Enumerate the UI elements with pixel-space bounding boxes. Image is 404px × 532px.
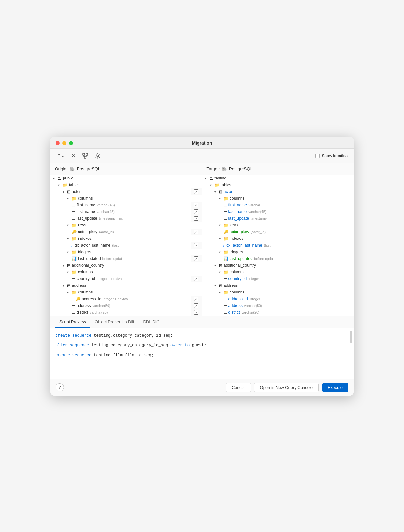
item-meta: timestamp = nc — [99, 217, 123, 220]
item-meta: integer — [248, 277, 259, 281]
row-checkbox[interactable] — [194, 297, 198, 301]
item-label: idx_actor_last_name — [74, 243, 110, 247]
show-identical-checkbox[interactable] — [315, 154, 320, 158]
list-item: 📊 last_updated before updat — [202, 255, 354, 262]
chevron-icon[interactable]: ▾ — [67, 250, 71, 254]
scrollbar-indicator — [350, 331, 352, 343]
list-item: i idx_actor_last_name (last — [202, 242, 354, 249]
tab-ddl-diff[interactable]: DDL Diff — [138, 316, 163, 328]
table-icon: ⊞ — [67, 189, 71, 194]
chevron-icon[interactable]: ▾ — [63, 190, 67, 194]
row-checkbox[interactable] — [194, 277, 198, 281]
item-meta: varchar(20) — [90, 310, 108, 314]
list-item: ▭ first_name varchar(45) — [50, 202, 202, 209]
column-icon: ▭ — [71, 203, 75, 208]
chevron-icon[interactable]: ▾ — [214, 190, 219, 194]
chevron-icon[interactable]: ▾ — [210, 183, 214, 187]
settings-button[interactable] — [94, 152, 102, 160]
chevron-icon[interactable]: ▾ — [214, 264, 219, 267]
item-label: first_name — [228, 203, 247, 207]
index-icon: i — [71, 243, 72, 248]
list-item: ▭ last_update timestamp — [202, 215, 354, 222]
tree-row: ▭ address varchar(50) — [50, 302, 191, 309]
close-button-toolbar[interactable]: ✕ — [70, 151, 77, 160]
list-item: ▾ 📁 indexes — [202, 235, 354, 242]
item-label: first_name — [77, 203, 95, 207]
target-db-type: PostgreSQL — [229, 166, 253, 171]
open-query-button[interactable]: Open in New Query Console — [254, 383, 319, 392]
chevron-icon[interactable]: ▾ — [205, 177, 209, 180]
chevron-icon[interactable]: ▾ — [67, 237, 71, 240]
chevron-icon[interactable]: ▾ — [219, 197, 223, 200]
chevron-icon[interactable]: ▾ — [219, 237, 223, 240]
chevron-icon[interactable]: ▾ — [63, 264, 67, 267]
chevron-icon[interactable]: ▾ — [219, 224, 223, 227]
table-icon: ⊞ — [219, 283, 222, 288]
chevron-icon[interactable]: ▾ — [219, 270, 223, 274]
chevron-icon[interactable]: ▾ — [214, 284, 219, 287]
item-label: testing — [215, 176, 227, 180]
script-line-2: alter sequence testing.category_category… — [56, 342, 348, 349]
chevron-icon[interactable]: ▾ — [67, 224, 71, 227]
maximize-button[interactable] — [69, 141, 73, 145]
chevron-icon[interactable]: ▾ — [58, 183, 63, 187]
list-item: ▾ ⊞ address — [202, 282, 354, 289]
row-checkbox[interactable] — [194, 256, 198, 261]
schema-button[interactable] — [81, 151, 90, 160]
target-label: Target: — [207, 166, 220, 171]
chevron-icon[interactable]: ▾ — [67, 270, 71, 274]
migration-window: Migration ⌃⌄ ✕ — [50, 137, 354, 396]
chevron-icon[interactable]: ▾ — [219, 250, 223, 254]
table-icon: ⊞ — [67, 283, 71, 288]
chevron-icon[interactable]: ▾ — [67, 197, 71, 200]
item-meta: (actor_id) — [99, 230, 114, 234]
origin-db-type: PostgreSQL — [77, 166, 101, 171]
row-checkbox[interactable] — [194, 310, 198, 315]
item-label: country_id — [77, 277, 95, 281]
item-label: tables — [221, 183, 231, 187]
row-checkbox[interactable] — [194, 216, 198, 221]
row-checkbox[interactable] — [194, 230, 198, 234]
folder-icon: 📁 — [223, 196, 228, 201]
list-item: ▭ last_name varchar(45) — [202, 209, 354, 215]
checkbox-col — [191, 202, 202, 209]
tree-row: ▭ district varchar(20) — [50, 309, 191, 316]
script-content[interactable]: create sequence testing.category_categor… — [50, 328, 354, 379]
minimize-button[interactable] — [62, 141, 66, 145]
list-item: ▾ 📁 keys — [202, 222, 354, 229]
list-item: ▾ 📁 tables — [202, 182, 354, 188]
list-item: ▾ 📁 tables — [50, 182, 202, 188]
chevron-icon[interactable]: ▾ — [63, 284, 67, 287]
origin-db-icon: 🐘 — [70, 166, 75, 171]
collapse-expand-button[interactable]: ⌃⌄ — [56, 151, 66, 160]
column-icon: ▭ — [223, 203, 227, 208]
trigger-icon: 📊 — [223, 256, 228, 261]
folder-icon: 📁 — [71, 250, 77, 255]
cancel-button[interactable]: Cancel — [226, 383, 251, 392]
close-button[interactable] — [56, 141, 60, 145]
item-meta: before updat — [102, 257, 122, 261]
checkbox-col — [191, 209, 202, 215]
key-icon: 🔑 — [223, 230, 228, 234]
chevron-icon[interactable]: ▾ — [219, 291, 223, 294]
chevron-icon[interactable]: ▾ — [53, 177, 57, 180]
checkbox-col — [191, 276, 202, 282]
folder-icon: 📁 — [223, 223, 228, 228]
execute-button[interactable]: Execute — [322, 383, 348, 392]
footer: ? Cancel Open in New Query Console Execu… — [50, 379, 354, 396]
item-label: columns — [230, 196, 245, 201]
row-checkbox[interactable] — [194, 203, 198, 207]
tree-row: 🔑 actor_pkey (actor_id) — [50, 229, 191, 235]
row-checkbox[interactable] — [194, 209, 198, 214]
row-checkbox[interactable] — [194, 243, 198, 247]
table-icon: ⊞ — [67, 263, 71, 268]
tab-script-preview[interactable]: Script Preview — [55, 316, 90, 328]
show-identical-toggle[interactable]: Show identical — [315, 153, 348, 158]
row-checkbox[interactable] — [194, 303, 198, 308]
help-button[interactable]: ? — [56, 383, 64, 391]
chevron-icon[interactable]: ▾ — [67, 291, 71, 294]
row-checkbox[interactable] — [194, 189, 198, 194]
tab-object-properties-diff[interactable]: Object Properties Diff — [90, 316, 138, 328]
keyword: create — [56, 353, 70, 358]
origin-label: Origin: — [55, 166, 68, 171]
